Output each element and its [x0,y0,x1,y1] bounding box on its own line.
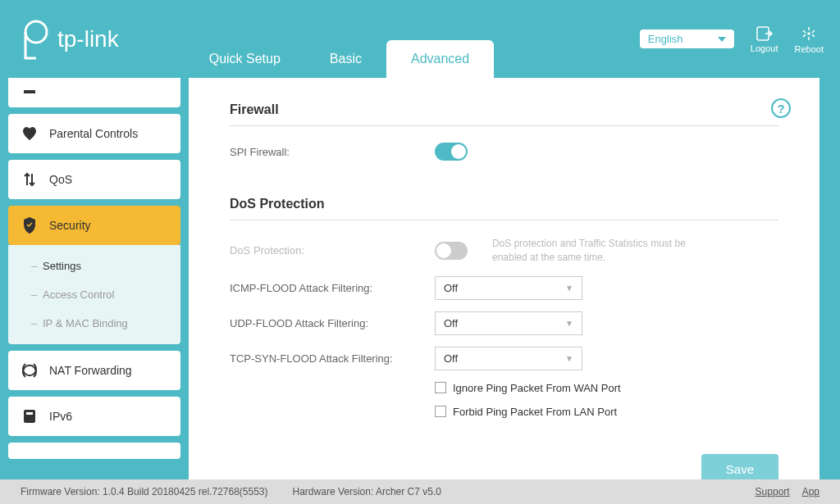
language-select[interactable]: English [640,30,734,48]
sidebar-label: Parental Controls [49,127,138,140]
reboot-icon [800,25,818,43]
tcp-filter-select[interactable]: Off ▼ [435,347,582,370]
arrows-icon [21,171,38,188]
header-right: English Logout Reboot [640,25,824,54]
security-submenu: Settings Access Control IP & MAC Binding [8,245,180,344]
svg-rect-5 [26,412,33,415]
udp-filter-select[interactable]: Off ▼ [435,311,582,335]
sidebar-label: Security [49,219,91,232]
chevron-down-icon: ▼ [565,284,573,293]
select-value: Off [444,352,458,365]
icmp-filter-label: ICMP-FLOOD Attack Filtering: [230,282,435,294]
dos-title: DoS Protection [230,197,778,220]
udp-filter-label: UDP-FLOOD Attack Filtering: [230,317,435,329]
sidebar-item-partial-bottom[interactable] [8,443,180,459]
heart-icon [21,125,38,142]
language-value: English [648,33,683,45]
select-value: Off [444,282,458,294]
logout-label: Logout [751,43,778,53]
spi-firewall-toggle[interactable] [435,143,468,161]
sidebar-subitem-access-control[interactable]: Access Control [8,280,180,309]
sidebar: Parental Controls QoS Security Settings … [0,78,189,479]
svg-point-0 [25,21,47,43]
body-area: Parental Controls QoS Security Settings … [0,78,840,479]
generic-icon [21,443,38,459]
svg-rect-3 [24,90,35,93]
sidebar-subitem-settings[interactable]: Settings [8,252,180,280]
ignore-ping-wan-label: Ignore Ping Packet From WAN Port [453,382,621,394]
forbid-ping-lan-checkbox[interactable] [435,406,446,417]
tcp-filter-label: TCP-SYN-FLOOD Attack Filtering: [230,352,435,365]
sidebar-item-parental-controls[interactable]: Parental Controls [8,114,180,153]
forbid-ping-lan-label: Forbid Ping Packet From LAN Port [453,406,617,418]
logout-icon [756,25,774,42]
header: tp-link Quick Setup Basic Advanced Engli… [0,0,840,78]
sidebar-subitem-ip-mac-binding[interactable]: IP & MAC Binding [8,309,180,338]
main-content: ? Firewall SPI Firewall: DoS Protection … [189,78,819,479]
toggle-knob [436,243,451,258]
dos-protection-label: DoS Protection: [230,244,435,257]
chevron-down-icon: ▼ [565,319,573,328]
ipv6-icon [21,408,38,425]
generic-icon [21,79,38,96]
spi-firewall-label: SPI Firewall: [230,146,435,158]
select-value: Off [444,317,458,329]
logo: tp-link [16,19,119,60]
toggle-knob [451,144,466,159]
ignore-ping-wan-checkbox[interactable] [435,382,446,393]
help-icon[interactable]: ? [771,98,791,118]
chevron-down-icon [718,37,726,42]
brand-text: tp-link [57,26,119,52]
footer: Firmware Version: 1.0.4 Build 20180425 r… [0,479,840,504]
svg-point-2 [808,33,810,34]
dos-protection-toggle[interactable] [435,242,468,260]
app-link[interactable]: App [802,486,819,497]
sidebar-item-ipv6[interactable]: IPv6 [8,397,180,436]
save-button[interactable]: Save [701,454,778,479]
sidebar-label: QoS [49,173,72,186]
hardware-version: Hardware Version: Archer C7 v5.0 [293,486,441,497]
svg-rect-4 [24,410,35,423]
sidebar-item-security[interactable]: Security [8,206,180,245]
support-link[interactable]: Support [756,486,790,497]
tab-basic[interactable]: Basic [305,40,386,78]
reboot-label: Reboot [795,44,824,54]
firewall-title: Firewall [230,102,778,126]
chevron-down-icon: ▼ [565,354,573,363]
tab-quick-setup[interactable]: Quick Setup [185,40,305,78]
sidebar-label: IPv6 [49,410,72,423]
dos-note: DoS protection and Traffic Statistics mu… [492,237,705,265]
main-tabs: Quick Setup Basic Advanced [185,0,494,78]
reboot-button[interactable]: Reboot [795,25,824,54]
tplink-logo-icon [16,19,49,60]
sidebar-label: NAT Forwarding [49,364,132,377]
sidebar-item-partial[interactable] [8,78,180,107]
shield-icon [21,217,38,234]
sidebar-item-qos[interactable]: QoS [8,160,180,199]
sidebar-item-nat-forwarding[interactable]: NAT Forwarding [8,351,180,390]
firmware-version: Firmware Version: 1.0.4 Build 20180425 r… [21,486,268,497]
icmp-filter-select[interactable]: Off ▼ [435,276,582,300]
tab-advanced[interactable]: Advanced [386,40,494,78]
logout-button[interactable]: Logout [751,25,778,53]
nat-icon [21,362,38,379]
